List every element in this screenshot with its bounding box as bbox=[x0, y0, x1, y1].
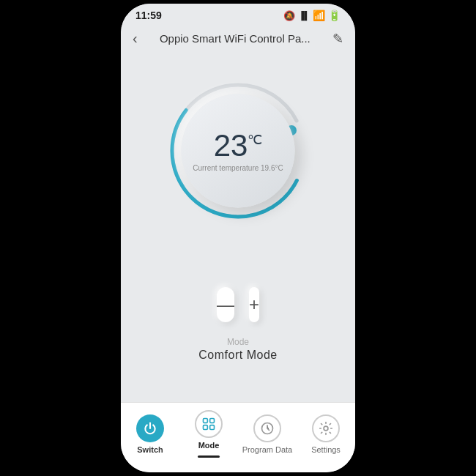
increase-button[interactable]: + bbox=[249, 287, 259, 322]
switch-power-icon bbox=[143, 421, 157, 436]
thermostat-display: 23℃ Current temperature 19.6°C bbox=[182, 94, 295, 208]
mode-value: Comfort Mode bbox=[198, 349, 277, 362]
edit-button[interactable]: ✎ bbox=[332, 31, 343, 47]
nav-item-switch[interactable]: Switch bbox=[121, 414, 179, 454]
svg-rect-2 bbox=[204, 419, 208, 423]
mode-label-nav: Mode bbox=[198, 441, 220, 450]
settings-label: Settings bbox=[311, 445, 341, 454]
svg-rect-3 bbox=[210, 419, 215, 423]
page-title: Oppio Smart WiFi Control Pa... bbox=[138, 32, 332, 45]
status-time: 11:59 bbox=[135, 10, 162, 21]
program-clock-icon bbox=[260, 421, 275, 436]
svg-rect-5 bbox=[210, 425, 215, 430]
nav-item-settings[interactable]: Settings bbox=[297, 414, 355, 454]
mode-grid-icon bbox=[201, 417, 216, 431]
mode-section: Mode Comfort Mode bbox=[198, 337, 277, 362]
mute-icon: 🔕 bbox=[283, 10, 295, 21]
switch-icon-circle bbox=[136, 414, 164, 442]
signal-icon: ▐▌ bbox=[298, 11, 310, 20]
svg-point-7 bbox=[324, 426, 328, 431]
switch-label: Switch bbox=[137, 445, 163, 454]
program-icon-circle bbox=[253, 414, 281, 442]
mode-label: Mode bbox=[198, 337, 277, 347]
thermostat-dial[interactable]: 23℃ Current temperature 19.6°C bbox=[165, 78, 311, 224]
battery-icon: 🔋 bbox=[328, 10, 341, 21]
nav-item-mode[interactable]: Mode bbox=[179, 410, 238, 458]
mode-icon-circle bbox=[195, 410, 223, 438]
decrease-button[interactable]: — bbox=[217, 287, 234, 322]
main-content: 23℃ Current temperature 19.6°C — + Mode … bbox=[121, 56, 355, 402]
wifi-icon: 📶 bbox=[313, 10, 325, 21]
program-label: Program Data bbox=[242, 445, 292, 454]
settings-icon-circle bbox=[312, 414, 340, 442]
back-button[interactable]: ‹ bbox=[133, 30, 138, 47]
bottom-nav: Switch Mode Program bbox=[121, 402, 355, 472]
svg-rect-4 bbox=[204, 425, 208, 430]
status-icons: 🔕 ▐▌ 📶 🔋 bbox=[283, 10, 341, 21]
temperature-controls: — + bbox=[202, 287, 274, 322]
settings-gear-icon bbox=[319, 421, 333, 436]
nav-item-program[interactable]: Program Data bbox=[238, 414, 297, 454]
active-indicator bbox=[198, 455, 220, 458]
phone-container: 11:59 🔕 ▐▌ 📶 🔋 ‹ Oppio Smart WiFi Contro… bbox=[121, 4, 355, 472]
status-bar: 11:59 🔕 ▐▌ 📶 🔋 bbox=[121, 4, 355, 24]
set-temperature: 23℃ bbox=[214, 130, 263, 161]
header: ‹ Oppio Smart WiFi Control Pa... ✎ bbox=[121, 24, 355, 56]
current-temperature: Current temperature 19.6°C bbox=[193, 164, 283, 172]
